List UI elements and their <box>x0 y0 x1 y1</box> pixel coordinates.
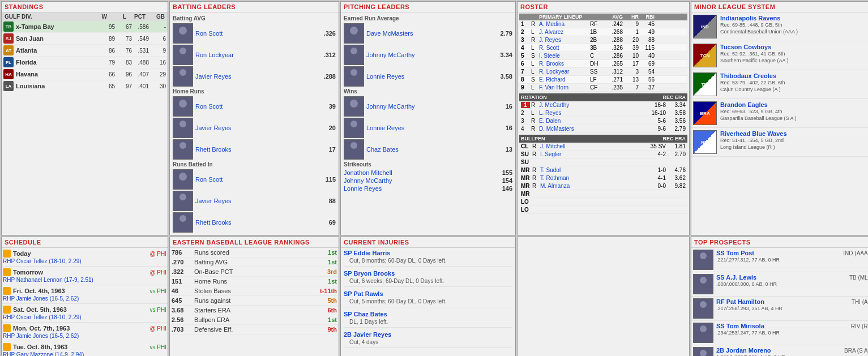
team-name[interactable]: Florida <box>16 59 37 66</box>
pitcher-name[interactable]: L. Reyes <box>539 110 643 116</box>
leader-name[interactable]: Johnny McCarthy <box>366 52 498 58</box>
leader-name[interactable]: Johnny McCarthy <box>344 177 500 184</box>
leader-name[interactable]: Ron Scott <box>195 103 327 110</box>
ranking-label: Bullpen ERA <box>194 316 317 323</box>
player-stat: 2 <box>521 29 531 35</box>
player-name[interactable]: E. Richard <box>539 76 590 83</box>
rotation-header: ROTATIONREC ERA <box>519 93 687 101</box>
bullpen-stat: 1-0 <box>643 167 666 173</box>
team-name[interactable]: Havana <box>16 71 38 78</box>
player-name[interactable]: R. Scott <box>539 45 590 51</box>
minor-team-logo: RIV <box>693 130 717 154</box>
leader-row: Johnny McCarthy154 <box>344 177 512 185</box>
standings-division-header: GULF DIV. W L PCT GB <box>2 12 168 21</box>
standings-header: STANDINGS <box>2 2 168 12</box>
leader-name[interactable]: Dave McMasters <box>366 30 498 37</box>
standings-row: LALouisiana6597.40130 <box>2 80 168 92</box>
leader-name[interactable]: Javier Reyes <box>195 73 322 80</box>
game-pitcher: RHP Nathanael Lennon (17-9, 2.51) <box>3 277 166 283</box>
leader-name[interactable]: Javier Reyes <box>195 125 327 131</box>
player-stat: .268 <box>606 29 623 35</box>
pitcher-stat: 3.58 <box>666 110 686 116</box>
team-name[interactable]: San Juan <box>16 35 44 42</box>
leader-name[interactable]: Lonnie Reyes <box>344 185 500 192</box>
leader-name[interactable]: Ron Lockyear <box>195 52 322 58</box>
leader-name[interactable]: Ron Scott <box>195 30 322 37</box>
pitcher-name[interactable]: E. Dalen <box>539 118 643 124</box>
bullpen-pitcher-name[interactable]: J. Mitchell <box>540 143 643 149</box>
leader-value: 17 <box>329 146 336 153</box>
player-stat: 7 <box>623 84 639 91</box>
leader-name[interactable]: Ron Scott <box>195 176 323 183</box>
prospect-name[interactable]: SS A.J. Lewis <box>716 274 756 281</box>
lineup-row: 2LJ. Alvarez1B.268149 <box>519 28 687 36</box>
leader-name[interactable]: Johnny McCarthy <box>366 103 503 110</box>
bullpen-pitcher-name[interactable]: I. Segler <box>540 151 643 157</box>
player-name[interactable]: I. Steele <box>539 53 590 59</box>
bullpen-pitcher-name[interactable]: M. Almanza <box>540 183 643 189</box>
player-name[interactable]: F. Van Horn <box>539 84 590 91</box>
leader-name[interactable]: Jonathon Mitchell <box>344 169 500 176</box>
injured-player-name[interactable]: SP Pat Rawls <box>344 290 512 297</box>
leader-name[interactable]: Rhett Brooks <box>195 146 327 153</box>
schedule-game: Tomorrow@ PHIRHP Nathanael Lennon (17-9,… <box>2 267 168 285</box>
team-name[interactable]: Atlanta <box>16 47 37 54</box>
team-name[interactable]: Louisiana <box>16 83 45 89</box>
leader-name[interactable]: Lonnie Reyes <box>366 73 498 80</box>
injured-player-name[interactable]: SP Bryon Brooks <box>344 270 512 277</box>
prospect-name[interactable]: RF Pat Hamilton <box>716 298 764 305</box>
game-date: Tomorrow <box>13 269 43 276</box>
injured-player-name[interactable]: SP Eddie Harris <box>344 250 512 256</box>
player-stat: 3B <box>590 45 606 51</box>
prospect-item: SS A.J. LewisTB (ML).000/.000/.000, 0 AB… <box>691 272 868 297</box>
player-stat: 37 <box>639 84 655 91</box>
bullpen-pitcher-name[interactable]: T. Sudol <box>540 167 643 173</box>
prospect-name[interactable]: SS Tom Mirisola <box>716 323 764 329</box>
leader-section-title: Strikeouts <box>344 160 512 169</box>
prospect-name[interactable]: 2B Jordan Moreno <box>716 347 771 354</box>
game-pitcher: RHP Oscar Tellez (18-10, 2.29) <box>3 258 166 264</box>
bullpen-pitcher-name[interactable]: T. Rothman <box>540 175 643 181</box>
standings-panel: STANDINGS GULF DIV. W L PCT GB TBx-Tampa… <box>1 1 168 235</box>
leader-name[interactable]: Javier Reyes <box>195 198 327 204</box>
leader-row: Chaz Bates13 <box>344 139 512 160</box>
prospect-name[interactable]: SS Tom Post <box>716 250 754 256</box>
player-stat: .271 <box>606 76 623 83</box>
schedule-icon <box>3 250 11 258</box>
player-name[interactable]: J. Alvarez <box>539 29 590 35</box>
minor-team-name[interactable]: Indianapolis Ravens <box>720 15 798 22</box>
minor-team-name[interactable]: Riverhead Blue Waves <box>720 130 787 137</box>
injury-detail: DL, 1 Days left. <box>349 319 512 325</box>
leader-name[interactable]: Rhett Brooks <box>195 219 327 226</box>
batting-leaders-header: BATTING LEADERS <box>170 2 339 12</box>
team-name[interactable]: x-Tampa Bay <box>16 23 54 30</box>
minor-team-detail: Rec: 52-92, .361, 41 GB, 6th Southern Pa… <box>720 51 789 64</box>
bullpen-stat: R <box>532 151 540 157</box>
injured-player-name[interactable]: 2B Javier Reyes <box>344 331 512 338</box>
standings-division-label: GULF DIV. <box>5 14 32 20</box>
team-icon: SJ <box>3 33 14 44</box>
minor-team-name[interactable]: Tucson Cowboys <box>720 44 789 50</box>
minor-team-info: Tucson CowboysRec: 52-92, .361, 41 GB, 6… <box>720 44 789 64</box>
injuries-body: SP Eddie HarrisOut, 8 months; 60-Day DL,… <box>341 248 515 353</box>
player-name[interactable]: A. Medina <box>539 21 590 27</box>
injury-item: SP Chaz BatesDL, 1 Days left. <box>344 311 512 328</box>
pitcher-name[interactable]: D. McMasters <box>539 126 643 132</box>
minor-team-name[interactable]: Brandon Eagles <box>720 101 797 108</box>
standings-stat-pct: .586 <box>132 24 149 30</box>
injured-player-name[interactable]: SP Chaz Bates <box>344 311 512 318</box>
ranking-label: Home Runs <box>194 278 317 285</box>
player-name[interactable]: R. Brooks <box>539 61 590 67</box>
minor-team-logo: THI <box>693 72 717 96</box>
player-name[interactable]: R. Lockyear <box>539 68 590 75</box>
pitcher-name[interactable]: J. McCarthy <box>539 102 643 108</box>
player-stat: L <box>531 45 539 51</box>
minor-team-item: THIThibodaux CreolesRec: 53-79, .402, 22… <box>691 70 868 99</box>
schedule-icon <box>3 287 11 295</box>
lineup-row: 9LF. Van HornCF.235737 <box>519 84 687 92</box>
minor-team-name[interactable]: Thibodaux Creoles <box>720 72 785 79</box>
leader-name[interactable]: Lonnie Reyes <box>366 125 503 131</box>
pitcher-stat: 3.34 <box>666 102 686 108</box>
leader-name[interactable]: Chaz Bates <box>366 146 503 153</box>
player-name[interactable]: J. Reyes <box>539 37 590 43</box>
